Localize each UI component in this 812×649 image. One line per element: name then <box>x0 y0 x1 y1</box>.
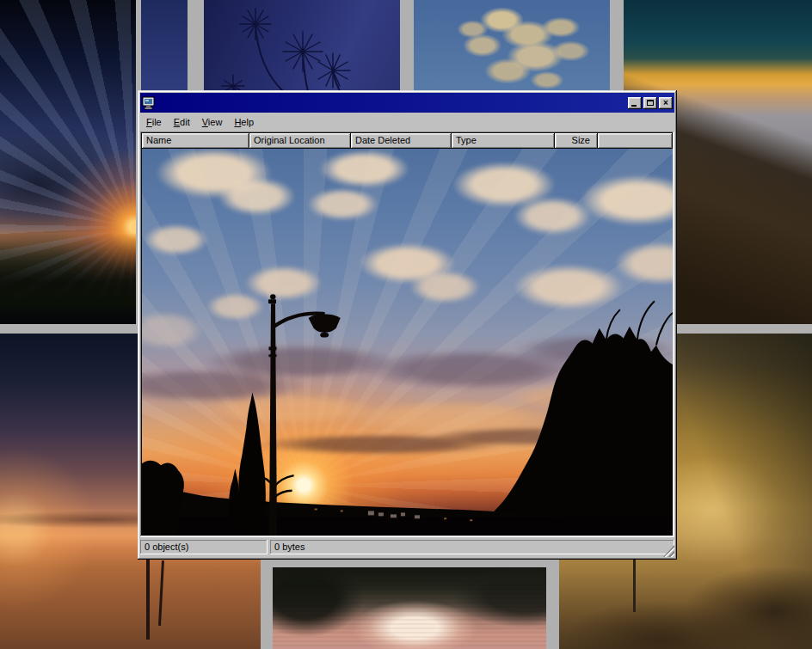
status-bar: 0 object(s) 0 bytes <box>140 537 674 557</box>
window-titlebar[interactable]: × <box>140 93 674 113</box>
menu-help[interactable]: Help <box>228 115 260 129</box>
menu-edit[interactable]: Edit <box>168 115 196 129</box>
wallpaper-tile-sunrays-photo <box>0 0 136 324</box>
close-icon: × <box>663 99 668 107</box>
list-viewport-sunset-photo[interactable] <box>142 149 673 536</box>
desktop-wallpaper-collage: × File Edit View Help Name Original Loca… <box>0 0 812 649</box>
status-bytes: 0 bytes <box>270 540 674 554</box>
small-cypress-silhouette <box>229 468 240 536</box>
seedhead-silhouette <box>204 0 400 91</box>
status-objects: 0 object(s) <box>140 540 268 554</box>
minimize-icon <box>631 105 637 107</box>
column-header-original-location[interactable]: Original Location <box>249 133 351 149</box>
file-list-area: Name Original Location Date Deleted Type… <box>140 132 674 537</box>
minimize-button[interactable] <box>628 97 642 109</box>
maximize-icon <box>647 100 654 106</box>
column-header-type[interactable]: Type <box>452 133 555 149</box>
wallpaper-tile-water-reflection-photo <box>273 567 546 649</box>
cypress-tree-silhouette <box>238 393 265 536</box>
wallpaper-tile-navy-sky-photo <box>141 0 188 91</box>
close-button[interactable]: × <box>659 97 673 109</box>
wallpaper-tile-altocumulus-photo <box>414 0 610 91</box>
computer-icon[interactable] <box>142 96 156 110</box>
menu-bar: File Edit View Help <box>140 113 674 132</box>
right-trees-silhouette <box>478 327 673 536</box>
sea-pole-silhouette <box>146 557 150 640</box>
ground-silhouette <box>142 517 673 536</box>
menu-view[interactable]: View <box>196 115 229 129</box>
sea-pole-silhouette <box>158 560 164 626</box>
wallpaper-tile-seedhead-photo <box>204 0 400 91</box>
left-bush-silhouette <box>142 461 184 536</box>
photo-silhouettes-layer <box>142 149 673 536</box>
column-header-filler <box>598 133 673 149</box>
menu-file[interactable]: File <box>140 115 168 129</box>
column-header-name[interactable]: Name <box>142 133 249 149</box>
recycle-bin-window: × File Edit View Help Name Original Loca… <box>138 90 677 560</box>
column-header-date-deleted[interactable]: Date Deleted <box>351 133 452 149</box>
maximize-button[interactable] <box>643 97 657 109</box>
column-header-size[interactable]: Size <box>555 133 598 149</box>
street-lamp-silhouette <box>268 294 341 536</box>
column-header-row: Name Original Location Date Deleted Type… <box>142 133 673 149</box>
